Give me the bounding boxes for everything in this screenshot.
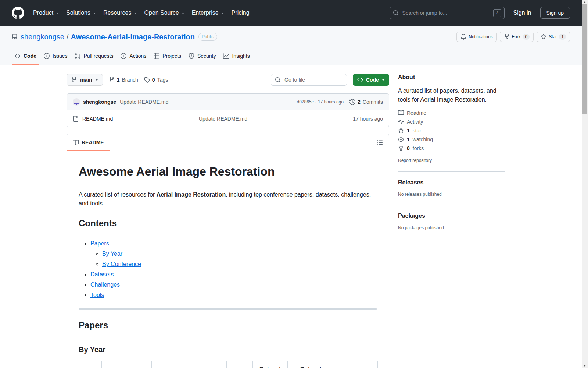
notifications-button[interactable]: Notifications bbox=[456, 32, 496, 42]
tab-security[interactable]: Security bbox=[186, 47, 219, 65]
repo-actions: Notifications Fork 0 Star 1 bbox=[456, 32, 570, 42]
header-search-box[interactable]: / bbox=[390, 7, 505, 19]
tag-count-label: Tags bbox=[157, 77, 168, 83]
file-commit-time: 17 hours ago bbox=[353, 116, 383, 122]
tab-code[interactable]: Code bbox=[12, 47, 39, 65]
repo-tab-nav: Code Issues Pull requests Actions Projec… bbox=[12, 47, 570, 65]
breadcrumb: shengkongse / Awesome-Aerial-Image-Resto… bbox=[12, 32, 570, 42]
tab-issues[interactable]: Issues bbox=[41, 47, 70, 65]
pull-request-icon bbox=[75, 53, 80, 59]
readme-header: README bbox=[67, 134, 389, 151]
file-name-cell: README.md bbox=[73, 116, 199, 122]
latest-commit-row: shengkongse Update README.md d02865e · 1… bbox=[67, 94, 389, 110]
tab-projects[interactable]: Projects bbox=[151, 47, 184, 65]
chevron-down-icon bbox=[93, 13, 96, 14]
papers-sublist: By Year By Conference bbox=[90, 250, 377, 269]
readme-tab-label: README bbox=[82, 139, 104, 145]
file-icon bbox=[73, 116, 79, 122]
watching-link[interactable]: 1 watching bbox=[398, 137, 505, 142]
nav-label: Enterprise bbox=[192, 10, 219, 16]
sign-up-button[interactable]: Sign up bbox=[540, 7, 570, 19]
nav-item-pricing[interactable]: Pricing bbox=[229, 7, 252, 19]
readme-card: README Awesome Aerial Image Restoration … bbox=[67, 134, 389, 368]
forks-link[interactable]: 0 forks bbox=[398, 145, 505, 151]
papers-heading: Papers bbox=[79, 319, 377, 335]
by-year-link[interactable]: By Year bbox=[102, 251, 122, 257]
fork-label: Fork bbox=[512, 34, 521, 39]
tab-pull-requests[interactable]: Pull requests bbox=[72, 47, 116, 65]
fork-button[interactable]: Fork 0 bbox=[500, 32, 534, 42]
list-item: By Conference bbox=[102, 260, 377, 269]
stars-link[interactable]: 1 star bbox=[398, 128, 505, 134]
vertical-scrollbar[interactable] bbox=[582, 0, 588, 368]
go-to-file-box[interactable] bbox=[271, 74, 347, 86]
watch-count-label: watching bbox=[413, 137, 433, 142]
activity-link[interactable]: Activity bbox=[398, 119, 505, 125]
nav-item-enterprise[interactable]: Enterprise bbox=[189, 7, 227, 19]
star-count-label: star bbox=[413, 128, 421, 134]
header-right: / Sign in Sign up bbox=[390, 7, 570, 19]
nav-item-product[interactable]: Product bbox=[30, 7, 62, 19]
tags-link[interactable]: 0 Tags bbox=[144, 77, 168, 83]
releases-empty-note: No releases published bbox=[398, 192, 505, 197]
datasets-link[interactable]: Datasets bbox=[90, 271, 114, 277]
packages-empty-note: No packages published bbox=[398, 225, 505, 230]
main-nav: Product Solutions Resources Open Source … bbox=[30, 7, 254, 19]
commit-author-avatar[interactable] bbox=[73, 98, 80, 106]
code-dropdown-button[interactable]: Code bbox=[353, 74, 389, 86]
nav-item-solutions[interactable]: Solutions bbox=[63, 7, 99, 19]
breadcrumb-separator: / bbox=[64, 33, 71, 41]
search-input[interactable] bbox=[402, 10, 493, 16]
scrollbar-up-arrow-icon[interactable] bbox=[583, 1, 586, 3]
fork-icon bbox=[398, 145, 404, 151]
star-button[interactable]: Star 1 bbox=[537, 32, 570, 42]
branches-link[interactable]: 1 Branch bbox=[109, 77, 138, 83]
readme-link[interactable]: Readme bbox=[398, 110, 505, 116]
breadcrumb-repo-link[interactable]: Awesome-Aerial-Image-Restoration bbox=[71, 33, 195, 41]
tab-insights[interactable]: Insights bbox=[220, 47, 252, 65]
commit-author-link[interactable]: shengkongse bbox=[83, 99, 116, 105]
nav-label: Pricing bbox=[232, 10, 250, 16]
intro-bold: Aerial Image Restoration bbox=[157, 191, 226, 198]
about-heading: About bbox=[398, 74, 505, 81]
contents-list: Papers By Year By Conference Datasets Ch… bbox=[79, 239, 377, 300]
sidebar: About A curated list of papers, datasets… bbox=[398, 74, 505, 368]
about-section: About A curated list of papers, datasets… bbox=[398, 74, 505, 163]
branch-count: 1 bbox=[117, 77, 120, 83]
tools-link[interactable]: Tools bbox=[90, 292, 104, 298]
toolbar-right: Code bbox=[271, 74, 389, 86]
file-commit-message-link[interactable]: Update README.md bbox=[199, 116, 353, 122]
readme-label: Readme bbox=[407, 110, 426, 116]
table-header-row: Year Title Conference Authors Code Datas… bbox=[79, 361, 378, 368]
nav-item-open-source[interactable]: Open Source bbox=[141, 7, 187, 19]
play-icon bbox=[121, 53, 126, 59]
tab-actions[interactable]: Actions bbox=[118, 47, 149, 65]
challenges-link[interactable]: Challenges bbox=[90, 282, 120, 288]
scrollbar-thumb[interactable] bbox=[582, 4, 587, 114]
readme-tab[interactable]: README bbox=[67, 134, 110, 151]
divider bbox=[79, 308, 377, 310]
tab-label: Actions bbox=[129, 53, 146, 59]
scrollbar-down-arrow-icon[interactable] bbox=[583, 365, 586, 367]
sign-in-link[interactable]: Sign in bbox=[513, 10, 531, 16]
main-column: main 1 Branch 0 Tags bbox=[67, 74, 389, 368]
file-name-link[interactable]: README.md bbox=[82, 116, 113, 122]
fork-count-label: forks bbox=[413, 145, 424, 151]
breadcrumb-owner-link[interactable]: shengkongse bbox=[21, 33, 64, 41]
github-logo-icon[interactable] bbox=[12, 7, 24, 19]
site-header: Product Solutions Resources Open Source … bbox=[0, 0, 582, 26]
chevron-down-icon bbox=[56, 13, 59, 14]
go-to-file-input[interactable] bbox=[284, 77, 352, 83]
current-branch-label: main bbox=[80, 77, 92, 83]
commit-hash-link[interactable]: d02865e bbox=[297, 99, 314, 105]
commit-message-link[interactable]: Update README.md bbox=[120, 99, 168, 105]
by-conference-link[interactable]: By Conference bbox=[102, 261, 141, 267]
outline-button[interactable] bbox=[375, 137, 385, 148]
report-repository-link[interactable]: Report repository bbox=[398, 158, 432, 163]
nav-item-resources[interactable]: Resources bbox=[100, 7, 140, 19]
papers-link[interactable]: Papers bbox=[90, 240, 109, 247]
repo-header: shengkongse / Awesome-Aerial-Image-Resto… bbox=[0, 26, 582, 65]
visibility-badge: Public bbox=[198, 33, 217, 41]
branch-selector-button[interactable]: main bbox=[67, 74, 103, 86]
commit-history-link[interactable]: 2 Commits bbox=[349, 99, 383, 105]
